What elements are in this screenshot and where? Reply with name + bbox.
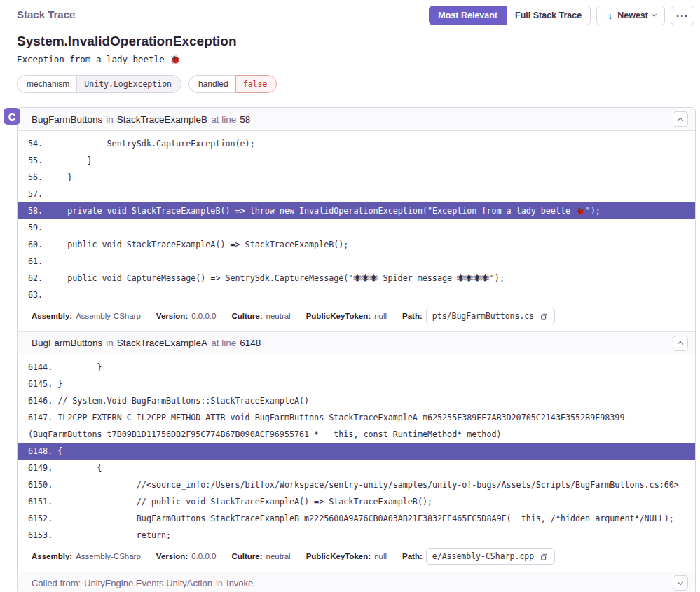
called-from-module: UnityEngine.Events.UnityAction: [84, 578, 212, 588]
chevron-up-icon: [678, 117, 683, 123]
frame-function: StackTraceExampleA: [117, 338, 207, 348]
tag-value: Unity.LogException: [76, 75, 181, 93]
stack-trace-panel: Stack Trace Most Relevant Full Stack Tra…: [0, 0, 700, 592]
panel-header: Stack Trace Most Relevant Full Stack Tra…: [0, 0, 700, 25]
culture-field: Culture: neutral: [231, 312, 290, 320]
code-line-highlighted: 6148. {: [18, 443, 695, 460]
exception-type-title: System.InvalidOperationException: [17, 34, 683, 49]
code-line: 55. }: [18, 152, 695, 169]
sort-button[interactable]: ↑↓ Newest: [596, 6, 665, 25]
culture-field: Culture: neutral: [231, 552, 290, 560]
stack-trace-container: C BugFarmButtons in StackTraceExampleB a…: [17, 107, 696, 592]
culture-value: neutral: [266, 312, 291, 320]
stack-frame: BugFarmButtons in StackTraceExampleB at …: [18, 108, 695, 331]
tag-key: handled: [188, 75, 235, 93]
more-options-button[interactable]: ···: [671, 6, 694, 25]
tag-mechanism[interactable]: mechanism Unity.LogException: [17, 75, 181, 93]
code-line: 6146. // System.Void BugFarmButtons::Sta…: [18, 392, 695, 409]
most-relevant-button[interactable]: Most Relevant: [429, 6, 507, 25]
token-label: PublicKeyToken:: [306, 552, 371, 560]
assembly-info-bar: Assembly: Assembly-CSharp Version: 0.0.0…: [18, 306, 695, 331]
version-value: 0.0.0.0: [191, 312, 216, 320]
copy-icon[interactable]: [540, 312, 549, 321]
frame-line-number: 6148: [240, 338, 261, 348]
assembly-label: Assembly:: [32, 552, 72, 560]
version-label: Version:: [156, 312, 188, 320]
expand-called-from-button[interactable]: [673, 575, 688, 591]
copy-icon[interactable]: [540, 552, 549, 561]
code-line: 54. SentrySdk.CaptureException(e);: [18, 135, 695, 152]
frame-header[interactable]: BugFarmButtons in StackTraceExampleB at …: [18, 108, 695, 131]
code-line: 63.: [18, 287, 695, 303]
csharp-platform-icon: C: [4, 108, 20, 125]
ellipsis-icon: ···: [676, 10, 689, 22]
frame-at-line-label: at line: [211, 338, 236, 348]
code-line: 61.: [18, 253, 695, 270]
version-field: Version: 0.0.0.0: [156, 552, 217, 560]
public-key-token-field: PublicKeyToken: null: [306, 312, 387, 320]
code-lines: 6144. }6145. }6146. // System.Void BugFa…: [18, 354, 695, 546]
path-label: Path:: [402, 552, 423, 560]
assembly-value: Assembly-CSharp: [76, 312, 141, 320]
section-title: Stack Trace: [17, 6, 75, 20]
token-label: PublicKeyToken:: [306, 312, 371, 320]
frames-list: BugFarmButtons in StackTraceExampleB at …: [17, 107, 696, 592]
assembly-path-input[interactable]: e/Assembly-CSharp.cpp: [426, 548, 555, 565]
collapse-frame-button[interactable]: [673, 111, 688, 127]
stack-frame: BugFarmButtons in StackTraceExampleA at …: [18, 331, 695, 572]
token-value: null: [374, 552, 387, 560]
called-from-label: Called from:: [32, 578, 81, 588]
assembly-path-value: e/Assembly-CSharp.cpp: [432, 551, 534, 561]
assembly-path-value: pts/BugFarmButtons.cs: [432, 311, 534, 321]
called-from-bar: Called from: UnityEngine.Events.UnityAct…: [18, 572, 695, 592]
frame-in-label: in: [106, 338, 114, 348]
token-value: null: [374, 312, 387, 320]
path-field: Path: e/Assembly-CSharp.cpp: [402, 548, 555, 565]
code-line: 6152. BugFarmButtons_StackTraceExampleB_…: [18, 510, 695, 527]
sort-button-label: Newest: [617, 11, 648, 20]
path-label: Path:: [402, 312, 423, 320]
called-from-in-label: in: [216, 578, 223, 588]
code-line: 6149. {: [18, 460, 695, 476]
path-field: Path: pts/BugFarmButtons.cs: [402, 308, 555, 324]
view-toggle: Most Relevant Full Stack Trace: [429, 6, 591, 25]
frame-line-number: 58: [240, 114, 250, 125]
called-from-function: Invoke: [226, 578, 253, 588]
full-stack-trace-button[interactable]: Full Stack Trace: [507, 6, 591, 25]
frame-module: BugFarmButtons: [32, 338, 102, 348]
frame-in-label: in: [106, 114, 114, 125]
assembly-field: Assembly: Assembly-CSharp: [32, 552, 141, 560]
frame-header[interactable]: BugFarmButtons in StackTraceExampleA at …: [18, 331, 695, 354]
code-line: 6151. // public void StackTraceExampleA(…: [18, 493, 695, 510]
assembly-label: Assembly:: [32, 312, 72, 320]
version-value: 0.0.0.0: [191, 552, 216, 560]
assembly-path-input[interactable]: pts/BugFarmButtons.cs: [426, 308, 555, 324]
assembly-info-bar: Assembly: Assembly-CSharp Version: 0.0.0…: [18, 546, 695, 572]
code-line-highlighted: 58. private void StackTraceExampleB() =>…: [18, 202, 695, 219]
code-lines: 54. SentrySdk.CaptureException(e);55. }5…: [18, 131, 695, 306]
public-key-token-field: PublicKeyToken: null: [306, 552, 387, 560]
code-line: 56. }: [18, 169, 695, 186]
tags-row: mechanism Unity.LogException handled fal…: [17, 75, 683, 93]
tag-handled[interactable]: handled false: [188, 75, 277, 93]
frame-function: StackTraceExampleB: [117, 114, 207, 125]
code-line: 6144. }: [18, 359, 695, 376]
tag-value-error: false: [235, 75, 277, 93]
tag-key: mechanism: [17, 75, 76, 93]
assembly-field: Assembly: Assembly-CSharp: [32, 312, 141, 320]
culture-value: neutral: [266, 552, 291, 560]
chevron-down-icon: [678, 579, 683, 584]
culture-label: Culture:: [231, 552, 262, 560]
chevron-down-icon: [652, 12, 657, 17]
version-field: Version: 0.0.0.0: [156, 312, 217, 320]
code-line: 57.: [18, 186, 695, 202]
exception-message: Exception from a lady beetle 🐞: [17, 54, 683, 64]
code-line: 6150. //<source_info:/Users/bitfox/Works…: [18, 476, 695, 493]
code-line: 6153. return;: [18, 527, 695, 544]
collapse-frame-button[interactable]: [673, 336, 688, 351]
version-label: Version:: [156, 552, 188, 560]
assembly-value: Assembly-CSharp: [76, 552, 141, 560]
culture-label: Culture:: [231, 312, 262, 320]
frame-module: BugFarmButtons: [32, 114, 102, 125]
frame-at-line-label: at line: [211, 114, 236, 125]
